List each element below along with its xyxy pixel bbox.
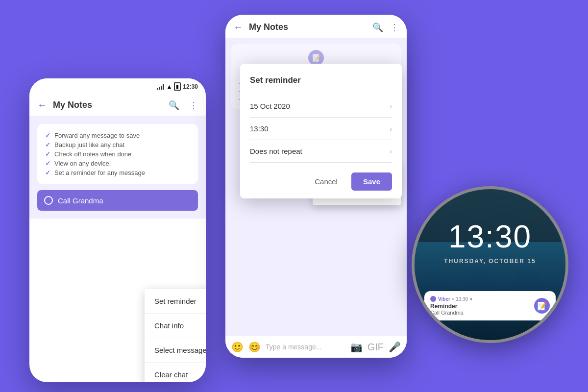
- signal-icon: [157, 84, 164, 90]
- phone-header-left: ← My Notes 🔍 ⋮: [29, 95, 206, 116]
- dropdown-menu-left: Set reminder Chat info Select messages C…: [145, 289, 206, 382]
- back-button-center[interactable]: ←: [233, 22, 243, 33]
- dialog-date-value: 15 Oct 2020: [250, 102, 290, 110]
- message-call-grandma[interactable]: Call Grandma: [37, 190, 198, 211]
- check-item-5: ✓ Set a reminder for any message: [45, 169, 190, 176]
- sticker-icon[interactable]: 🙂: [231, 341, 244, 353]
- notification-body: Call Grandma: [430, 310, 530, 316]
- more-icon-center[interactable]: ⋮: [390, 22, 399, 33]
- message-text: Call Grandma: [58, 196, 103, 205]
- input-bar: 🙂 😊 Type a message... 📷 GIF 🎤: [225, 336, 407, 358]
- wifi-icon: ▲: [166, 83, 172, 90]
- chevron-right-time: ›: [390, 125, 392, 133]
- dialog-repeat-value: Does not repeat: [250, 147, 302, 155]
- menu-set-reminder[interactable]: Set reminder: [145, 289, 206, 314]
- more-icon-left[interactable]: ⋮: [189, 100, 198, 111]
- dialog-title: Set reminder: [250, 75, 392, 85]
- notification-avatar: 📝: [534, 298, 550, 314]
- dialog-buttons: Cancel Save: [250, 172, 392, 191]
- notification-app-name: Viber: [438, 296, 450, 302]
- menu-chat-info[interactable]: Chat info: [145, 314, 206, 338]
- center-header-icons: 🔍 ⋮: [372, 22, 399, 33]
- check-icon-3: ✓: [45, 150, 50, 158]
- notification-title: Reminder: [430, 303, 530, 310]
- chevron-right-date: ›: [390, 102, 392, 110]
- battery-icon: ▮: [174, 82, 181, 91]
- phone-title-left: My Notes: [53, 100, 159, 110]
- welcome-bubble-left: ✓ Forward any message to save ✓ Backup j…: [37, 124, 198, 184]
- search-icon-left[interactable]: 🔍: [169, 100, 179, 111]
- watch-time-display: 13:30: [415, 219, 565, 255]
- status-time-left: 12:30: [183, 83, 198, 90]
- watch-date-display: THURSDAY, OCTOBER 15: [415, 258, 565, 265]
- notification-time: •: [452, 296, 454, 302]
- viber-dot-icon: [430, 296, 436, 302]
- smartwatch: 13:30 THURSDAY, OCTOBER 15 Viber • 13:30…: [412, 186, 568, 343]
- save-button[interactable]: Save: [351, 172, 392, 191]
- dialog-time-value: 13:30: [250, 124, 269, 133]
- dialog-time-row[interactable]: 13:30 ›: [250, 118, 392, 140]
- check-icon-2: ✓: [45, 141, 50, 148]
- message-radio: [44, 196, 53, 205]
- mic-icon[interactable]: 🎤: [389, 341, 401, 353]
- notification-content: Viber • 13:30 ▾ Reminder Call Grandma: [430, 296, 530, 316]
- search-icon-center[interactable]: 🔍: [372, 22, 383, 33]
- watch-notification-card: Viber • 13:30 ▾ Reminder Call Grandma 📝: [424, 291, 556, 320]
- emoji-icon[interactable]: 😊: [248, 341, 261, 353]
- center-header: ← My Notes 🔍 ⋮: [225, 15, 407, 38]
- chevron-right-repeat: ›: [390, 147, 392, 155]
- check-item-3: ✓ Check off notes when done: [45, 150, 190, 158]
- expand-icon: ▾: [470, 296, 472, 302]
- check-icon-4: ✓: [45, 160, 50, 167]
- watch-background: 13:30 THURSDAY, OCTOBER 15 Viber • 13:30…: [415, 189, 565, 340]
- dialog-date-row[interactable]: 15 Oct 2020 ›: [250, 95, 392, 118]
- left-phone: ▲ ▮ 12:30 ← My Notes 🔍 ⋮ ✓ Forward any m…: [29, 78, 206, 382]
- check-icon-1: ✓: [45, 132, 50, 139]
- status-bar-left: ▲ ▮ 12:30: [29, 78, 206, 95]
- check-item-4: ✓ View on any device!: [45, 160, 190, 167]
- camera-icon[interactable]: 📷: [350, 341, 363, 353]
- menu-clear-chat[interactable]: Clear chat: [145, 363, 206, 382]
- check-item-2: ✓ Backup just like any chat: [45, 141, 190, 148]
- message-input[interactable]: Type a message...: [266, 343, 345, 351]
- gif-icon[interactable]: GIF: [368, 342, 384, 353]
- notification-header: Viber • 13:30 ▾: [430, 296, 530, 302]
- notification-time-value: 13:30: [456, 296, 468, 302]
- cancel-button[interactable]: Cancel: [309, 172, 343, 191]
- check-item-1: ✓ Forward any message to save: [45, 132, 190, 139]
- center-phone-title: My Notes: [249, 22, 367, 32]
- menu-select-messages[interactable]: Select messages: [145, 338, 206, 363]
- back-button-left[interactable]: ←: [37, 99, 47, 111]
- phone-content-left: ✓ Forward any message to save ✓ Backup j…: [29, 116, 206, 219]
- check-icon-5: ✓: [45, 169, 50, 176]
- set-reminder-dialog: Set reminder 15 Oct 2020 › 13:30 › Does …: [240, 64, 402, 198]
- dialog-repeat-row[interactable]: Does not repeat ›: [250, 140, 392, 163]
